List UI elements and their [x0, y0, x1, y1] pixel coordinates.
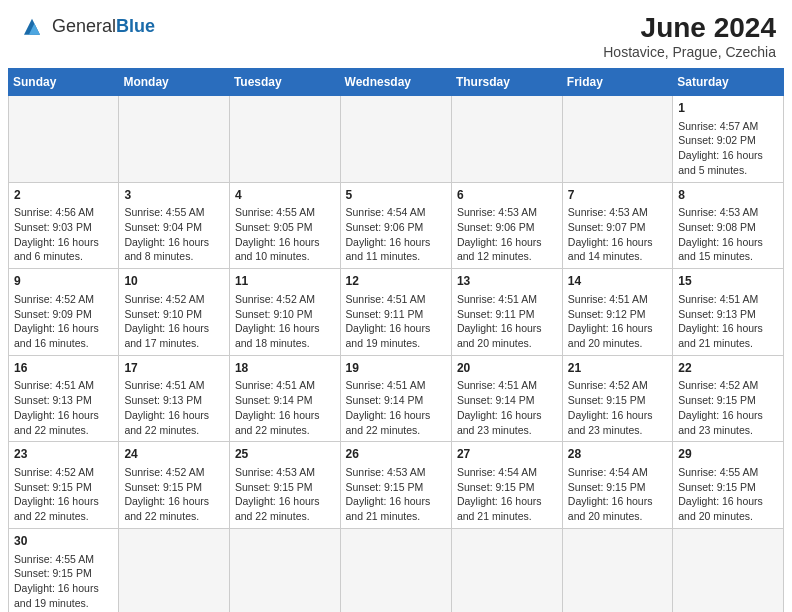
title-block: June 2024 Hostavice, Prague, Czechia	[603, 12, 776, 60]
day-number: 27	[457, 446, 557, 463]
calendar-day-cell: 5Sunrise: 4:54 AM Sunset: 9:06 PM Daylig…	[340, 182, 451, 269]
calendar-day-cell: 26Sunrise: 4:53 AM Sunset: 9:15 PM Dayli…	[340, 442, 451, 529]
day-number: 18	[235, 360, 335, 377]
calendar-day-cell: 30Sunrise: 4:55 AM Sunset: 9:15 PM Dayli…	[9, 528, 119, 612]
calendar-day-cell: 20Sunrise: 4:51 AM Sunset: 9:14 PM Dayli…	[451, 355, 562, 442]
day-info: Sunrise: 4:53 AM Sunset: 9:15 PM Dayligh…	[235, 466, 320, 522]
day-info: Sunrise: 4:54 AM Sunset: 9:15 PM Dayligh…	[457, 466, 542, 522]
location-subtitle: Hostavice, Prague, Czechia	[603, 44, 776, 60]
col-friday: Friday	[562, 69, 672, 96]
calendar-day-cell	[562, 528, 672, 612]
calendar-day-cell: 2Sunrise: 4:56 AM Sunset: 9:03 PM Daylig…	[9, 182, 119, 269]
day-info: Sunrise: 4:51 AM Sunset: 9:14 PM Dayligh…	[457, 379, 542, 435]
calendar-day-cell: 15Sunrise: 4:51 AM Sunset: 9:13 PM Dayli…	[673, 269, 784, 356]
col-sunday: Sunday	[9, 69, 119, 96]
day-info: Sunrise: 4:51 AM Sunset: 9:11 PM Dayligh…	[346, 293, 431, 349]
day-number: 25	[235, 446, 335, 463]
calendar-day-cell: 16Sunrise: 4:51 AM Sunset: 9:13 PM Dayli…	[9, 355, 119, 442]
calendar-day-cell: 18Sunrise: 4:51 AM Sunset: 9:14 PM Dayli…	[229, 355, 340, 442]
day-info: Sunrise: 4:51 AM Sunset: 9:11 PM Dayligh…	[457, 293, 542, 349]
calendar-day-cell: 10Sunrise: 4:52 AM Sunset: 9:10 PM Dayli…	[119, 269, 230, 356]
calendar-wrapper: Sunday Monday Tuesday Wednesday Thursday…	[0, 68, 792, 612]
day-info: Sunrise: 4:52 AM Sunset: 9:09 PM Dayligh…	[14, 293, 99, 349]
calendar-week-row: 30Sunrise: 4:55 AM Sunset: 9:15 PM Dayli…	[9, 528, 784, 612]
day-number: 15	[678, 273, 778, 290]
general-blue-logo-icon	[16, 12, 48, 40]
day-number: 16	[14, 360, 113, 377]
logo: GeneralBlue	[16, 12, 155, 40]
day-info: Sunrise: 4:51 AM Sunset: 9:13 PM Dayligh…	[678, 293, 763, 349]
day-number: 9	[14, 273, 113, 290]
month-year-title: June 2024	[603, 12, 776, 44]
logo-text: GeneralBlue	[52, 16, 155, 37]
calendar-day-cell: 4Sunrise: 4:55 AM Sunset: 9:05 PM Daylig…	[229, 182, 340, 269]
calendar-day-cell: 24Sunrise: 4:52 AM Sunset: 9:15 PM Dayli…	[119, 442, 230, 529]
day-info: Sunrise: 4:51 AM Sunset: 9:12 PM Dayligh…	[568, 293, 653, 349]
day-info: Sunrise: 4:53 AM Sunset: 9:15 PM Dayligh…	[346, 466, 431, 522]
calendar-week-row: 2Sunrise: 4:56 AM Sunset: 9:03 PM Daylig…	[9, 182, 784, 269]
calendar-day-cell	[229, 96, 340, 183]
calendar-header-row: Sunday Monday Tuesday Wednesday Thursday…	[9, 69, 784, 96]
calendar-day-cell	[451, 96, 562, 183]
day-number: 26	[346, 446, 446, 463]
day-info: Sunrise: 4:51 AM Sunset: 9:14 PM Dayligh…	[235, 379, 320, 435]
calendar-day-cell	[9, 96, 119, 183]
calendar-day-cell: 23Sunrise: 4:52 AM Sunset: 9:15 PM Dayli…	[9, 442, 119, 529]
day-info: Sunrise: 4:54 AM Sunset: 9:06 PM Dayligh…	[346, 206, 431, 262]
day-info: Sunrise: 4:52 AM Sunset: 9:15 PM Dayligh…	[678, 379, 763, 435]
day-number: 17	[124, 360, 224, 377]
calendar-day-cell	[340, 96, 451, 183]
calendar-day-cell: 14Sunrise: 4:51 AM Sunset: 9:12 PM Dayli…	[562, 269, 672, 356]
calendar-day-cell: 17Sunrise: 4:51 AM Sunset: 9:13 PM Dayli…	[119, 355, 230, 442]
day-info: Sunrise: 4:55 AM Sunset: 9:15 PM Dayligh…	[14, 553, 99, 609]
calendar-day-cell: 27Sunrise: 4:54 AM Sunset: 9:15 PM Dayli…	[451, 442, 562, 529]
calendar-table: Sunday Monday Tuesday Wednesday Thursday…	[8, 68, 784, 612]
day-number: 20	[457, 360, 557, 377]
calendar-day-cell: 21Sunrise: 4:52 AM Sunset: 9:15 PM Dayli…	[562, 355, 672, 442]
day-number: 22	[678, 360, 778, 377]
day-number: 6	[457, 187, 557, 204]
calendar-day-cell: 13Sunrise: 4:51 AM Sunset: 9:11 PM Dayli…	[451, 269, 562, 356]
calendar-day-cell: 9Sunrise: 4:52 AM Sunset: 9:09 PM Daylig…	[9, 269, 119, 356]
calendar-day-cell: 28Sunrise: 4:54 AM Sunset: 9:15 PM Dayli…	[562, 442, 672, 529]
calendar-day-cell: 12Sunrise: 4:51 AM Sunset: 9:11 PM Dayli…	[340, 269, 451, 356]
calendar-day-cell	[451, 528, 562, 612]
col-wednesday: Wednesday	[340, 69, 451, 96]
calendar-day-cell: 1Sunrise: 4:57 AM Sunset: 9:02 PM Daylig…	[673, 96, 784, 183]
day-number: 11	[235, 273, 335, 290]
day-number: 1	[678, 100, 778, 117]
calendar-day-cell: 7Sunrise: 4:53 AM Sunset: 9:07 PM Daylig…	[562, 182, 672, 269]
day-info: Sunrise: 4:55 AM Sunset: 9:15 PM Dayligh…	[678, 466, 763, 522]
day-number: 8	[678, 187, 778, 204]
calendar-day-cell: 8Sunrise: 4:53 AM Sunset: 9:08 PM Daylig…	[673, 182, 784, 269]
calendar-day-cell: 29Sunrise: 4:55 AM Sunset: 9:15 PM Dayli…	[673, 442, 784, 529]
calendar-day-cell	[673, 528, 784, 612]
day-info: Sunrise: 4:52 AM Sunset: 9:15 PM Dayligh…	[568, 379, 653, 435]
day-info: Sunrise: 4:52 AM Sunset: 9:10 PM Dayligh…	[235, 293, 320, 349]
day-number: 21	[568, 360, 667, 377]
calendar-day-cell	[119, 528, 230, 612]
day-info: Sunrise: 4:51 AM Sunset: 9:13 PM Dayligh…	[124, 379, 209, 435]
col-saturday: Saturday	[673, 69, 784, 96]
day-info: Sunrise: 4:53 AM Sunset: 9:07 PM Dayligh…	[568, 206, 653, 262]
day-number: 30	[14, 533, 113, 550]
day-number: 3	[124, 187, 224, 204]
day-info: Sunrise: 4:55 AM Sunset: 9:04 PM Dayligh…	[124, 206, 209, 262]
day-number: 14	[568, 273, 667, 290]
day-info: Sunrise: 4:51 AM Sunset: 9:14 PM Dayligh…	[346, 379, 431, 435]
day-info: Sunrise: 4:57 AM Sunset: 9:02 PM Dayligh…	[678, 120, 763, 176]
calendar-day-cell	[119, 96, 230, 183]
calendar-week-row: 1Sunrise: 4:57 AM Sunset: 9:02 PM Daylig…	[9, 96, 784, 183]
page-header: GeneralBlue June 2024 Hostavice, Prague,…	[0, 0, 792, 68]
day-number: 12	[346, 273, 446, 290]
day-number: 5	[346, 187, 446, 204]
day-info: Sunrise: 4:53 AM Sunset: 9:06 PM Dayligh…	[457, 206, 542, 262]
day-info: Sunrise: 4:52 AM Sunset: 9:10 PM Dayligh…	[124, 293, 209, 349]
day-number: 4	[235, 187, 335, 204]
day-number: 23	[14, 446, 113, 463]
col-thursday: Thursday	[451, 69, 562, 96]
calendar-week-row: 9Sunrise: 4:52 AM Sunset: 9:09 PM Daylig…	[9, 269, 784, 356]
day-number: 2	[14, 187, 113, 204]
calendar-day-cell: 3Sunrise: 4:55 AM Sunset: 9:04 PM Daylig…	[119, 182, 230, 269]
calendar-day-cell	[340, 528, 451, 612]
